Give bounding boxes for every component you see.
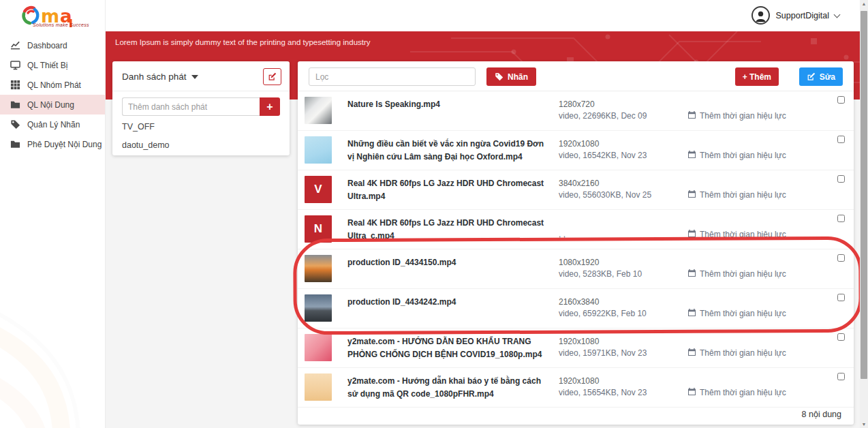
tag-icon [495,72,503,81]
content-resolution: 1920x1080 [559,337,599,346]
add-valid-time-link[interactable]: Thêm thời gian hiệu lực [688,151,786,160]
content-name[interactable]: Real 4K HDR 60fps LG Jazz HDR UHD Chrome… [347,177,552,202]
avatar [751,6,770,25]
sidebar-item-ql-nhóm-phát[interactable]: QL Nhóm Phát [0,75,105,95]
add-valid-time-link[interactable]: Thêm thời gian hiệu lực [688,230,786,239]
playlist-item[interactable]: daotu_demo [112,134,290,153]
content-resolution: 2160x3840 [559,297,599,307]
calendar-icon [688,190,696,200]
edit-pencil-icon [807,72,816,81]
content-meta: video, 22696KB, Dec 09 [559,111,647,121]
playlist-item[interactable]: TV_OFF [112,116,290,134]
line-chart-icon [10,40,20,51]
add-valid-time-link[interactable]: Thêm thời gian hiệu lực [688,309,786,318]
scrollbar-up-arrow[interactable]: ▲ [860,1,868,6]
row-checkbox[interactable] [837,175,845,183]
row-checkbox[interactable] [837,373,845,380]
sidebar-item-phê-duyệt-nội-dung[interactable]: Phê Duyệt Nội Dung [0,134,105,154]
content-thumbnail[interactable]: N [305,215,332,243]
brand-logo[interactable]: m a Solutions make Success [0,0,106,33]
topbar: SupportDigital [106,0,860,31]
add-valid-time-label: Thêm thời gian hiệu lực [700,111,786,121]
content-thumbnail[interactable] [305,136,332,164]
playlist-edit-button[interactable] [263,68,281,85]
content-thumbnail[interactable] [305,334,332,361]
content-thumbnail[interactable] [305,373,332,401]
add-valid-time-label: Thêm thời gian hiệu lực [700,269,786,279]
row-checkbox[interactable] [837,96,845,104]
content-name[interactable]: production ID_4434242.mp4 [347,296,552,309]
content-resolution: 1080x1920 [559,258,599,267]
playlist-panel: Danh sách phát + TV_OFFdaotu_demo [112,61,290,155]
content-row: VReal 4K HDR 60fps LG Jazz HDR UHD Chrom… [298,170,854,210]
add-valid-time-link[interactable]: Thêm thời gian hiệu lực [688,190,786,200]
add-valid-time-link[interactable]: Thêm thời gian hiệu lực [688,388,786,397]
calendar-icon [688,309,696,318]
sidebar-item-ql-thiết-bị[interactable]: QL Thiết Bị [0,55,105,75]
sidebar-item-label: Quản Lý Nhãn [27,120,80,129]
playlist-add-input[interactable] [122,97,260,116]
add-valid-time-link[interactable]: Thêm thời gian hiệu lực [688,111,786,121]
add-valid-time-label: Thêm thời gian hiệu lực [700,309,786,318]
add-valid-time-link[interactable]: Thêm thời gian hiệu lực [688,348,786,358]
thumbnail-letter: N [314,222,322,236]
scrollbar-down-arrow[interactable]: ▼ [860,422,868,427]
content-name[interactable]: Những điều cần biết về vắc xin ngừa Covi… [347,138,552,163]
person-icon [754,9,768,23]
add-content-button[interactable]: + Thêm [735,67,779,86]
user-menu[interactable]: SupportDigital [751,6,839,25]
row-checkbox[interactable] [837,254,845,262]
content-resolution: 1920x1080 [559,376,599,386]
sidebar-menu: DashboardQL Thiết BịQL Nhóm PhátQL Nội D… [0,35,105,154]
add-valid-time-link[interactable]: Thêm thời gian hiệu lực [688,269,786,279]
content-resolution: 3840x2160 [559,179,599,188]
sidebar-swirl-decoration [0,292,106,428]
sidebar: m a Solutions make Success DashboardQL T… [0,0,106,428]
add-valid-time-label: Thêm thời gian hiệu lực [700,151,786,160]
content-thumbnail[interactable] [305,97,332,124]
content-name[interactable]: production ID_4434150.mp4 [347,256,552,269]
content-row: production ID_4434150.mp41080x1920video,… [298,249,854,289]
tag-icon [10,119,20,130]
grid-icon [10,80,20,91]
scrollbar[interactable]: ▲ ▼ [860,0,868,428]
content-meta: video, 15971KB, Nov 23 [559,348,647,358]
content-thumbnail[interactable] [305,294,332,322]
row-checkbox[interactable] [837,136,845,143]
sidebar-item-quản-lý-nhãn[interactable]: Quản Lý Nhãn [0,114,105,134]
content-toolbar: Nhãn + Thêm Sửa [298,61,854,91]
scrollbar-thumb[interactable] [861,11,867,379]
playlist-add-button[interactable]: + [260,97,280,116]
edit-pencil-icon [268,72,277,81]
content-name[interactable]: Nature Is Speaking.mp4 [347,98,552,111]
content-thumbnail[interactable] [305,255,332,282]
content-meta: , , [559,230,565,239]
content-row: y2mate.com - HƯỚNG DẪN ĐEO KHẨU TRANG PH… [298,328,854,368]
caret-down-icon [191,75,198,79]
folder-icon [10,100,20,110]
calendar-icon [688,348,696,358]
content-name[interactable]: Real 4K HDR 60fps LG Jazz HDR UHD Chrome… [347,217,552,242]
content-name[interactable]: y2mate.com - Hướng dẫn khai báo y tế bằn… [347,375,552,400]
add-valid-time-label: Thêm thời gian hiệu lực [700,190,786,200]
content-name[interactable]: y2mate.com - HƯỚNG DẪN ĐEO KHẨU TRANG PH… [347,335,552,361]
content-thumbnail[interactable]: V [305,176,332,203]
labels-button[interactable]: Nhãn [486,67,536,86]
playlist-dropdown-label: Danh sách phát [122,72,187,82]
content-panel: Nhãn + Thêm Sửa Nature Is Speaking.mp412… [298,61,854,425]
thumbnail-letter: V [314,183,322,196]
content-resolution: 1920x1080 [559,139,599,149]
add-valid-time-label: Thêm thời gian hiệu lực [700,348,786,358]
filter-input[interactable] [309,67,476,86]
sidebar-item-dashboard[interactable]: Dashboard [0,35,105,55]
row-checkbox[interactable] [837,333,845,341]
sidebar-item-ql-nội-dung[interactable]: QL Nội Dung [0,95,105,114]
content-meta: video, 15654KB, Nov 23 [559,388,647,397]
row-checkbox[interactable] [837,215,845,222]
edit-content-button[interactable]: Sửa [799,67,843,86]
playlist-dropdown[interactable]: Danh sách phát [122,72,198,82]
content-count: 8 nội dung [802,410,841,419]
folder-icon [10,139,20,150]
calendar-icon [688,269,696,279]
row-checkbox[interactable] [837,294,845,301]
